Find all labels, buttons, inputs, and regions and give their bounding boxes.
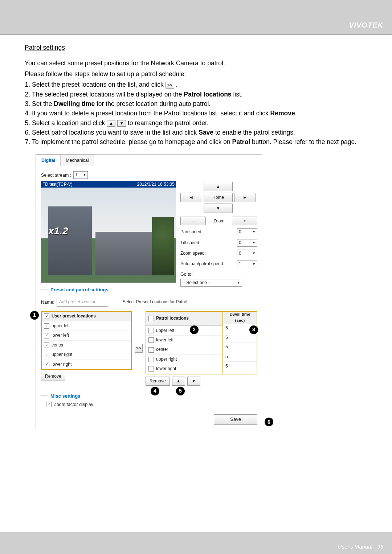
checkbox-icon[interactable] — [148, 337, 154, 343]
page: VIVOTEK Patrol settings You can select s… — [0, 0, 392, 554]
remove-patrol-button[interactable]: Remove — [146, 377, 170, 386]
checkbox-icon[interactable]: ✓ — [44, 313, 49, 319]
callout-2: 2 — [190, 325, 199, 334]
chevron-down-icon: ▼ — [83, 173, 86, 177]
chevron-down-icon: ▼ — [252, 251, 256, 256]
preset-row[interactable]: ✓center — [42, 340, 131, 350]
checkbox-icon[interactable] — [148, 357, 154, 362]
tab-bar: Digital Mechanical — [36, 155, 262, 166]
patrol-row[interactable]: lower left — [146, 335, 222, 345]
zoom-out-button[interactable]: - — [180, 217, 206, 225]
zoom-in-button[interactable]: + — [232, 217, 257, 225]
panel-body: Select stream : 1▼ FD test(TCP-V) 2012/3… — [36, 166, 262, 430]
checkbox-icon[interactable]: ✓ — [44, 333, 49, 338]
move-up-button[interactable]: ▲ — [172, 377, 185, 386]
checkbox-icon[interactable]: ✓ — [44, 323, 49, 329]
pan-right-button[interactable]: ► — [234, 193, 256, 202]
zoom-factor-checkbox[interactable]: ✓ — [46, 402, 52, 407]
save-button[interactable]: Save — [214, 414, 257, 425]
step-4: If you want to delete a preset location … — [32, 109, 367, 118]
checkbox-icon[interactable]: ✓ — [44, 362, 49, 367]
zoom-speed-dropdown[interactable]: 0▼ — [237, 250, 257, 257]
header-rule — [0, 34, 392, 35]
user-preset-header[interactable]: ✓User preset locations — [42, 312, 131, 321]
inline-add-icon: >> — [166, 82, 174, 89]
section-title: Patrol settings — [25, 43, 367, 52]
zoom-speed-label: Zoom speed: — [180, 250, 206, 257]
tilt-up-button[interactable]: ▲ — [204, 182, 233, 191]
video-title: FD test(TCP-V) — [42, 181, 73, 188]
tilt-down-button[interactable]: ▼ — [204, 204, 233, 213]
footer-text: User's Manual - 93 — [338, 543, 383, 550]
checkbox-icon[interactable]: ✓ — [44, 352, 49, 357]
callout-3: 3 — [249, 325, 258, 334]
preset-row[interactable]: ✓upper right — [42, 350, 131, 359]
brand-label: VIVOTEK — [349, 21, 383, 29]
preset-row[interactable]: ✓lower right — [42, 360, 131, 369]
step-2: The selected preset locations will be di… — [32, 90, 367, 99]
patrol-header[interactable]: Patrol locations — [146, 312, 222, 326]
dpad: ▲ ◄ Home ► ▼ — [180, 182, 257, 213]
select-stream-label: Select stream : — [41, 172, 71, 178]
preset-row[interactable]: ✓upper left — [42, 321, 131, 331]
checkbox-icon[interactable] — [148, 366, 154, 372]
pan-left-button[interactable]: ◄ — [180, 193, 202, 202]
patrol-row[interactable]: center — [146, 345, 222, 354]
auto-speed-label: Auto pan/patrol speed: — [180, 261, 224, 267]
video-preview[interactable]: FD test(TCP-V) 2012/3/21 16:53:35 x1.2 — [41, 181, 176, 283]
goto-label: Go to: — [180, 271, 257, 278]
dwell-cell[interactable]: 5 — [223, 333, 257, 342]
step-5: Select a location and click ▲ ▼ to rearr… — [32, 119, 367, 128]
inline-up-icon: ▲ — [107, 120, 115, 127]
chevron-down-icon: ▼ — [252, 262, 256, 267]
callout-1: 1 — [30, 311, 39, 320]
checkbox-icon[interactable] — [148, 328, 154, 333]
preset-name-label: Name: — [41, 299, 54, 305]
misc-section-heading: Misc settings — [41, 393, 257, 400]
zoom-factor-label: Zoom factor display — [54, 401, 93, 408]
chevron-down-icon: ▼ — [237, 280, 240, 285]
patrol-row[interactable]: lower right — [146, 364, 222, 373]
tilt-speed-dropdown[interactable]: 0▼ — [237, 239, 257, 247]
preset-row[interactable]: ✓lower left — [42, 331, 131, 340]
checkbox-icon[interactable]: ✓ — [44, 342, 49, 348]
goto-dropdown[interactable]: -- Select one --▼ — [180, 279, 242, 287]
move-down-button[interactable]: ▼ — [187, 377, 200, 386]
patrol-column: 2 3 Patrol locations upper left lower le… — [146, 311, 257, 386]
auto-speed-dropdown[interactable]: 1▼ — [237, 260, 257, 268]
callout-5: 5 — [176, 387, 185, 395]
pan-speed-dropdown[interactable]: 0▼ — [237, 228, 257, 236]
dwell-cell[interactable]: 5 — [223, 361, 257, 371]
checkbox-icon[interactable] — [148, 347, 154, 353]
content: Patrol settings You can select some pres… — [0, 34, 392, 430]
tab-mechanical[interactable]: Mechanical — [60, 155, 94, 166]
settings-panel: Digital Mechanical Select stream : 1▼ — [36, 154, 262, 430]
select-stream-dropdown[interactable]: 1▼ — [73, 171, 88, 179]
step-6: Select patrol locations you want to save… — [32, 128, 367, 137]
dwell-cell[interactable]: 5 — [223, 352, 257, 361]
callout-4: 4 — [151, 387, 159, 395]
chevron-down-icon: ▼ — [252, 241, 256, 245]
chevron-down-icon: ▼ — [252, 230, 256, 234]
step-7: To implement the patrol schedule, please… — [32, 138, 367, 147]
home-button[interactable]: Home — [204, 193, 233, 202]
video-title-bar: FD test(TCP-V) 2012/3/21 16:53:35 — [41, 181, 176, 188]
inline-down-icon: ▼ — [117, 120, 126, 127]
video-timestamp: 2012/3/21 16:53:35 — [137, 181, 175, 188]
preset-name-input[interactable]: Add preset location — [57, 298, 108, 306]
patrol-row[interactable]: upper left — [146, 326, 222, 335]
remove-preset-button[interactable]: Remove — [41, 372, 65, 381]
select-stream-row: Select stream : 1▼ — [41, 171, 257, 179]
zoom-row: - Zoom + — [180, 217, 257, 225]
user-preset-column: ✓User preset locations ✓upper left ✓lowe… — [41, 311, 132, 386]
footer-band: User's Manual - 93 — [0, 532, 392, 554]
dwell-cell[interactable]: 5 — [223, 342, 257, 352]
add-to-patrol-button[interactable]: >> — [135, 344, 143, 353]
steps-list: Select the preset locations on the list,… — [25, 80, 367, 147]
patrol-row[interactable]: upper right — [146, 354, 222, 364]
viewer-block: FD test(TCP-V) 2012/3/21 16:53:35 x1.2 ▲… — [41, 181, 257, 287]
tab-digital[interactable]: Digital — [36, 155, 61, 166]
preset-area: 1 ✓User preset locations ✓upper left ✓lo… — [41, 311, 257, 386]
step-3: Set the Dwelling time for the preset loc… — [32, 99, 367, 108]
checkbox-icon[interactable] — [148, 316, 154, 321]
